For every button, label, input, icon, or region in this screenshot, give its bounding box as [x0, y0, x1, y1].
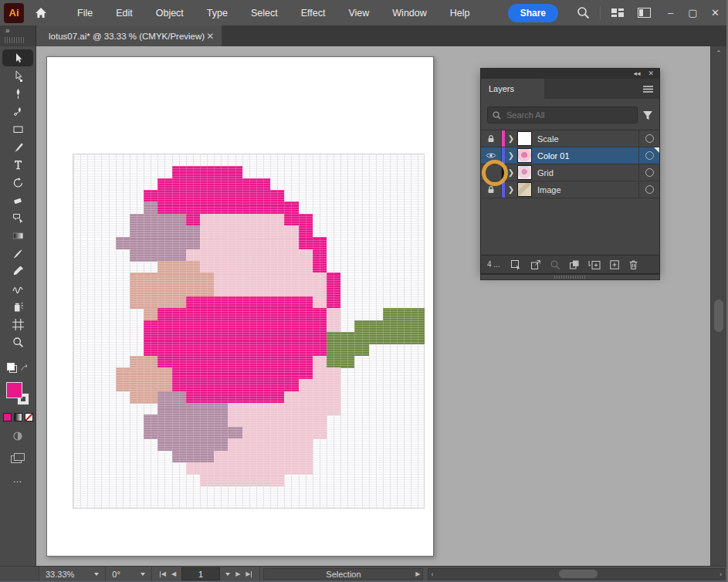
- menu-file[interactable]: File: [67, 5, 103, 22]
- paintbrush-tool[interactable]: [5, 140, 31, 153]
- make-mask-icon[interactable]: [569, 259, 580, 270]
- artboard-tool[interactable]: [5, 318, 31, 330]
- layer-name[interactable]: Image: [532, 181, 638, 198]
- direct-selection-tool[interactable]: [5, 69, 31, 82]
- close-button[interactable]: ✕: [704, 2, 726, 24]
- screen-mode-icon[interactable]: [11, 453, 25, 463]
- layers-search-field[interactable]: [487, 107, 638, 124]
- type-tool[interactable]: [5, 158, 31, 171]
- home-icon[interactable]: [35, 7, 47, 19]
- next-artboard-button[interactable]: ▶: [235, 570, 240, 577]
- selection-tool[interactable]: [5, 52, 31, 64]
- vertical-scroll-thumb[interactable]: [714, 299, 723, 332]
- knife-tool[interactable]: [5, 247, 31, 259]
- layer-name[interactable]: Color 01: [532, 147, 638, 164]
- artboard-number-field[interactable]: 1: [181, 567, 220, 580]
- new-layer-icon[interactable]: [609, 259, 620, 270]
- menu-window[interactable]: Window: [382, 5, 436, 22]
- layer-name[interactable]: Grid: [532, 164, 638, 181]
- new-sublayer-icon[interactable]: [588, 259, 601, 270]
- rectangle-tool[interactable]: [5, 123, 31, 135]
- lock-icon[interactable]: [481, 130, 502, 147]
- panel-collapse-icon[interactable]: ◂◂: [633, 70, 640, 77]
- scroll-up-icon[interactable]: ⌃: [711, 49, 726, 57]
- layer-row-image[interactable]: ❯Image: [481, 181, 659, 198]
- none-swatch[interactable]: [25, 413, 33, 421]
- minimize-button[interactable]: –: [659, 2, 682, 24]
- color-swatch[interactable]: [3, 413, 12, 421]
- chevron-down-icon[interactable]: [94, 573, 99, 576]
- horizontal-scroll-thumb[interactable]: [559, 570, 598, 578]
- panel-dock-scrollbar[interactable]: [480, 274, 660, 280]
- menu-help[interactable]: Help: [440, 5, 480, 22]
- expand-chevron-icon[interactable]: ❯: [505, 181, 517, 198]
- rotate-tool[interactable]: [5, 176, 31, 188]
- expand-chevron-icon[interactable]: ❯: [505, 130, 517, 147]
- pen-tool[interactable]: [5, 87, 31, 100]
- tab-close-icon[interactable]: ✕: [205, 31, 215, 42]
- eraser-tool[interactable]: [5, 194, 31, 206]
- gradient-swatch[interactable]: [14, 413, 22, 421]
- menu-edit[interactable]: Edit: [106, 5, 143, 22]
- scroll-right-icon[interactable]: ›: [720, 570, 722, 578]
- edit-toolbar-icon[interactable]: …: [13, 474, 23, 485]
- vertical-scrollbar[interactable]: ⌃: [710, 46, 726, 566]
- workspace-switcher-icon[interactable]: [607, 4, 628, 22]
- layer-name[interactable]: Scale: [532, 130, 638, 147]
- chevron-down-icon[interactable]: [141, 573, 145, 576]
- layer-thumbnail[interactable]: [517, 148, 532, 163]
- scroll-left-icon[interactable]: ‹: [431, 570, 433, 578]
- target-circle[interactable]: [638, 147, 659, 164]
- symbol-sprayer-tool[interactable]: [5, 300, 31, 313]
- maximize-button[interactable]: ▢: [682, 2, 704, 24]
- export-arrow-icon[interactable]: [530, 259, 541, 270]
- target-circle[interactable]: [638, 130, 659, 147]
- collect-export-icon[interactable]: [510, 259, 522, 270]
- last-artboard-button[interactable]: ▶: [245, 570, 252, 577]
- chevron-down-icon[interactable]: [225, 573, 230, 576]
- curvature-tool[interactable]: [5, 105, 31, 117]
- rotation-control[interactable]: 0°: [106, 567, 152, 581]
- target-circle[interactable]: [638, 181, 659, 198]
- shaper-tool[interactable]: [5, 211, 31, 224]
- delete-icon[interactable]: [628, 259, 638, 270]
- swap-arrow-icon[interactable]: [21, 364, 29, 371]
- panel-layout-icon[interactable]: [633, 4, 655, 22]
- layers-tab[interactable]: Layers: [481, 79, 544, 99]
- filter-funnel-icon[interactable]: [642, 110, 653, 120]
- layer-thumbnail[interactable]: [517, 182, 532, 197]
- target-circle[interactable]: [638, 164, 659, 181]
- panel-menu-icon[interactable]: [643, 86, 653, 93]
- collapse-rail-icon[interactable]: »: [5, 26, 9, 35]
- draw-mode-icon[interactable]: [12, 431, 23, 444]
- fill-stroke-indicator[interactable]: [6, 382, 29, 405]
- canvas-area[interactable]: ◂◂ ✕ Layers ❯Scale❯Color 01❯Grid❯Image 4…: [36, 46, 710, 566]
- smooth-tool[interactable]: [5, 283, 31, 295]
- menu-object[interactable]: Object: [146, 5, 194, 22]
- search-input[interactable]: [505, 110, 632, 120]
- mini-fill-stroke[interactable]: [7, 363, 29, 373]
- previous-artboard-button[interactable]: ◀: [171, 570, 176, 577]
- zoom-level-control[interactable]: 33.33%: [39, 567, 106, 581]
- first-artboard-button[interactable]: ◀: [160, 570, 166, 577]
- share-button[interactable]: Share: [508, 4, 558, 22]
- layer-row-color-01[interactable]: ❯Color 01: [481, 147, 659, 164]
- locate-icon[interactable]: [550, 259, 560, 270]
- status-next-icon[interactable]: ▶: [415, 570, 420, 577]
- menu-effect[interactable]: Effect: [291, 5, 336, 22]
- fill-swatch[interactable]: [6, 382, 22, 398]
- search-icon[interactable]: [572, 4, 594, 22]
- expand-chevron-icon[interactable]: ❯: [505, 147, 517, 164]
- layer-row-scale[interactable]: ❯Scale: [481, 130, 659, 147]
- layer-thumbnail[interactable]: [517, 131, 532, 146]
- artboard[interactable]: [46, 56, 434, 557]
- rail-grip[interactable]: [5, 37, 25, 43]
- app-logo-icon[interactable]: Ai: [4, 3, 24, 23]
- zoom-tool[interactable]: [5, 336, 31, 348]
- gradient-tool[interactable]: [5, 229, 31, 242]
- document-tab[interactable]: lotus07.ai* @ 33.33 % (CMYK/Preview) ✕: [36, 25, 222, 46]
- menu-select[interactable]: Select: [241, 5, 288, 22]
- menu-type[interactable]: Type: [197, 5, 238, 22]
- panel-close-icon[interactable]: ✕: [648, 70, 654, 77]
- eyedropper-tool[interactable]: [5, 265, 31, 277]
